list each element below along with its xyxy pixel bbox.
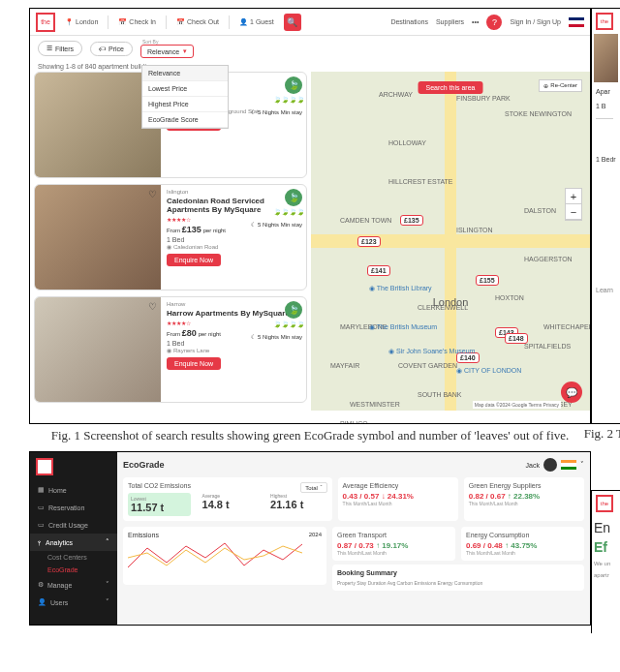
nav-credit[interactable]: ▭Credit Usage: [30, 516, 117, 534]
nav-ecograde[interactable]: EcoGrade: [30, 564, 117, 576]
nav-cost-centers[interactable]: Cost Centers: [30, 551, 117, 564]
nav-analytics[interactable]: ⫯Analytics˄: [30, 534, 117, 551]
guests-field[interactable]: 👤1 Guest: [233, 16, 280, 28]
area-label: PIMLICO: [340, 420, 368, 424]
checkin-field[interactable]: 📅Check In: [112, 16, 162, 28]
min-nights: ☾5 Nights Min stay: [251, 109, 302, 116]
poi-label: ◉ CITY OF LONDON: [456, 367, 521, 375]
area-label: DALSTON: [524, 207, 556, 214]
area-label: HOLLOWAY: [388, 139, 426, 146]
flag-icon[interactable]: [561, 460, 576, 470]
card-icon: ▭: [38, 521, 45, 529]
listing-card[interactable]: ♡ 🍃 🍃🍃🍃🍃 ☾5 Nights Min stay Harrow Harro…: [34, 296, 307, 403]
price-button[interactable]: 🏷Price: [90, 42, 133, 56]
moon-icon: ☾: [251, 109, 256, 116]
nav-suppliers[interactable]: Suppliers: [436, 18, 464, 25]
listing-image: ♡: [35, 185, 161, 290]
map-panel[interactable]: Search this area ⊕Re-Center + − London £…: [311, 72, 590, 411]
search-area-button[interactable]: Search this area: [418, 81, 483, 94]
recenter-button[interactable]: ⊕Re-Center: [539, 79, 582, 92]
avatar[interactable]: [543, 458, 557, 472]
listing-image: ♡: [35, 297, 161, 402]
area-label: HAGGERSTON: [524, 256, 573, 262]
chevron-down-icon: ˅: [580, 461, 584, 469]
co2-select[interactable]: Total ˅: [300, 482, 326, 493]
calendar-icon: 📅: [118, 18, 127, 26]
filters-button[interactable]: ☰Filters: [38, 41, 82, 56]
help-icon[interactable]: ?: [486, 15, 502, 30]
map-attribution: Map data ©2024 Google Terms Privacy: [473, 401, 561, 409]
co2-emissions-card: Total CO2 EmissionsTotal ˅ Lowest11.57 t…: [123, 477, 332, 521]
gear-icon: ⚙: [38, 581, 44, 589]
ecograde-leaves: 🍃🍃🍃🍃: [273, 208, 304, 216]
enquire-button[interactable]: Enquire Now: [167, 357, 221, 370]
heart-icon[interactable]: ♡: [148, 189, 157, 199]
user-icon: 👤: [38, 598, 46, 606]
top-bar: the 📍London 📅Check In 📅Check Out 👤1 Gues…: [30, 9, 590, 36]
target-icon: ⊕: [543, 82, 548, 89]
flag-icon[interactable]: [569, 17, 584, 27]
signin-link[interactable]: Sign In / Sign Up: [510, 18, 561, 25]
tag-icon: 🏷: [99, 46, 106, 52]
nav-reservation[interactable]: ▭Reservation: [30, 499, 117, 516]
area-label: CAMDEN TOWN: [340, 217, 391, 224]
sort-dropdown[interactable]: Relevance▾ Relevance Lowest Price Highes…: [140, 45, 194, 58]
chat-button[interactable]: 💬: [561, 382, 582, 403]
area-label: CLERKENWELL: [418, 304, 468, 311]
zoom-out-button[interactable]: −: [566, 204, 581, 220]
emissions-chart-card: Emissions2024: [123, 527, 326, 585]
area-label: FINSBURY PARK: [456, 95, 511, 102]
grid-icon: ▦: [38, 486, 45, 494]
search-results-screenshot: the 📍London 📅Check In 📅Check Out 👤1 Gues…: [29, 8, 591, 424]
user-name: Jack: [526, 462, 540, 469]
zoom-control: + −: [565, 188, 582, 221]
area-label: WHITECHAPEL: [543, 323, 591, 330]
area-label: HOXTON: [495, 294, 524, 301]
area-label: SPITALFIELDS: [524, 343, 571, 350]
checkout-field[interactable]: 📅Check Out: [170, 16, 225, 28]
listing-card[interactable]: ♡ 🍃 🍃🍃🍃🍃 ☾5 Nights Min stay Islington Ca…: [34, 184, 307, 290]
enquire-button[interactable]: Enquire Now: [167, 254, 221, 266]
figure-caption: Fig. 2 T: [584, 426, 620, 442]
moon-icon: ☾: [251, 334, 256, 341]
area-label: ISLINGTON: [456, 227, 493, 233]
moon-icon: ☾: [251, 222, 256, 229]
area-label: MAYFAIR: [330, 362, 359, 369]
listing-title: Harrow Apartments By MySquare: [167, 309, 300, 318]
poi-label: ◉ The British Library: [369, 285, 432, 292]
brand-logo[interactable]: the: [36, 13, 55, 32]
nav-users[interactable]: 👤Users˅: [30, 594, 117, 611]
sort-option[interactable]: Relevance: [142, 66, 228, 81]
chevron-up-icon: ˄: [106, 538, 109, 546]
search-button[interactable]: 🔍: [284, 14, 301, 31]
nav-manage[interactable]: ⚙Manage˅: [30, 576, 117, 594]
figure-caption: Fig. 1 Screenshot of search results show…: [39, 428, 581, 443]
zoom-in-button[interactable]: +: [566, 189, 581, 204]
price-pin[interactable]: £141: [367, 265, 390, 276]
min-nights: ☾5 Nights Min stay: [251, 334, 302, 341]
nav-destinations[interactable]: Destinations: [390, 18, 428, 25]
booking-summary-card: Booking Summary Property Stay Duration A…: [332, 565, 584, 591]
price-pin[interactable]: £135: [400, 215, 423, 226]
brand-logo[interactable]: [36, 458, 53, 475]
nav-home[interactable]: ▦Home: [30, 481, 117, 499]
location-field[interactable]: 📍London: [59, 16, 104, 28]
more-menu[interactable]: •••: [472, 18, 479, 25]
dashboard: EcoGrade Jack˅ Total CO2 EmissionsTotal …: [117, 452, 590, 625]
analytics-screenshot: ▦Home ▭Reservation ▭Credit Usage ⫯Analyt…: [29, 451, 591, 626]
heart-icon[interactable]: ♡: [148, 301, 157, 312]
price-pin[interactable]: £155: [476, 275, 499, 286]
results-count: Showing 1-8 of 840 apartment buildi: [30, 61, 590, 72]
area-label: STOKE NEWINGTON: [505, 110, 572, 117]
emissions-chart: [128, 538, 322, 571]
person-icon: 👤: [239, 18, 248, 26]
ecograde-leaves: 🍃🍃🍃🍃: [273, 96, 304, 104]
price-pin[interactable]: £123: [357, 236, 381, 247]
sort-option[interactable]: Highest Price: [142, 97, 228, 112]
ecograde-badge: 🍃: [285, 301, 302, 319]
chevron-down-icon: ˅: [106, 598, 109, 606]
side-nav: ▦Home ▭Reservation ▭Credit Usage ⫯Analyt…: [30, 452, 117, 625]
poi-label: ◉ The British Museum: [369, 323, 437, 331]
sort-option[interactable]: EcoGrade Score: [142, 112, 228, 128]
sort-option[interactable]: Lowest Price: [142, 81, 228, 97]
